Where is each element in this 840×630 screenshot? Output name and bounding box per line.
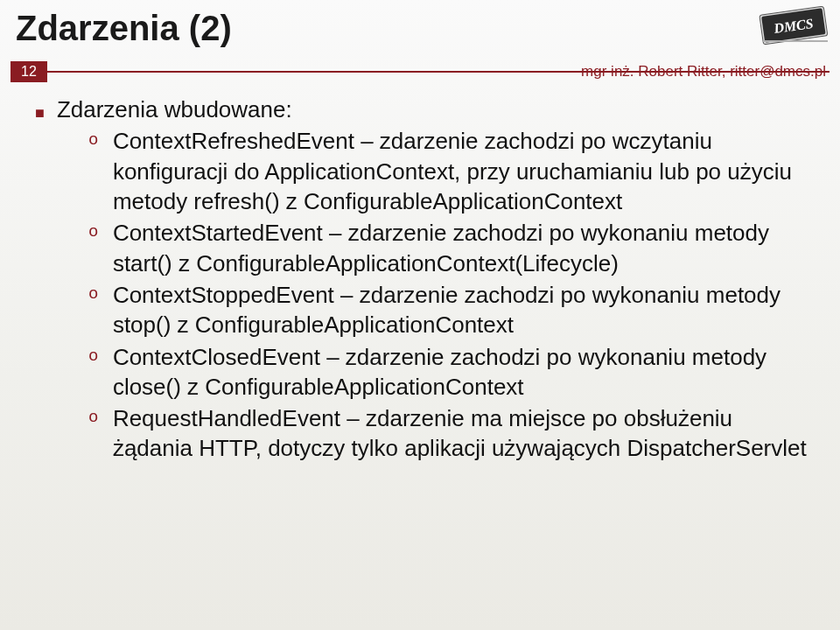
circle-bullet-icon: o	[88, 130, 101, 151]
page-number-badge: 12	[10, 61, 47, 82]
list-item: oContextRefreshedEvent – zdarzenie zacho…	[88, 126, 814, 216]
circle-bullet-icon: o	[88, 221, 101, 243]
attribution-text: mgr inż. Robert Ritter, ritter@dmcs.pl	[581, 63, 826, 80]
square-bullet-icon: ■	[35, 103, 45, 124]
content: ■ Zdarzenia wbudowane: oContextRefreshed…	[35, 94, 814, 466]
list-item-text: ContextStoppedEvent – zdarzenie zachodzi…	[113, 280, 814, 340]
event-term: ContextClosedEvent	[113, 344, 320, 370]
list-item-text: ContextClosedEvent – zdarzenie zachodzi …	[113, 342, 814, 402]
circle-bullet-icon: o	[88, 346, 101, 368]
dmcs-logo: DMCS	[756, 5, 831, 47]
circle-bullet-icon: o	[88, 407, 101, 429]
event-term: ContextRefreshedEvent	[113, 128, 354, 154]
page-title: Zdarzenia (2)	[16, 9, 232, 48]
list-item: oContextClosedEvent – zdarzenie zachodzi…	[88, 342, 814, 402]
event-term: RequestHandledEvent	[113, 405, 340, 431]
event-term: ContextStoppedEvent	[113, 282, 334, 308]
bullet-intro: ■ Zdarzenia wbudowane: oContextRefreshed…	[35, 94, 814, 464]
intro-text: Zdarzenia wbudowane:	[57, 94, 814, 124]
svg-rect-2	[763, 40, 828, 42]
list-item-text: RequestHandledEvent – zdarzenie ma miejs…	[113, 403, 814, 464]
list-item: oRequestHandledEvent – zdarzenie ma miej…	[88, 403, 814, 464]
list-item: oContextStartedEvent – zdarzenie zachodz…	[88, 218, 814, 278]
circle-bullet-icon: o	[88, 284, 101, 305]
list-item-text: ContextRefreshedEvent – zdarzenie zachod…	[113, 126, 814, 216]
list-item-text: ContextStartedEvent – zdarzenie zachodzi…	[113, 218, 814, 278]
slide: Zdarzenia (2) 12 mgr inż. Robert Ritter,…	[0, 0, 840, 630]
event-term: ContextStartedEvent	[113, 220, 323, 246]
list-item: oContextStoppedEvent – zdarzenie zachodz…	[88, 280, 814, 340]
